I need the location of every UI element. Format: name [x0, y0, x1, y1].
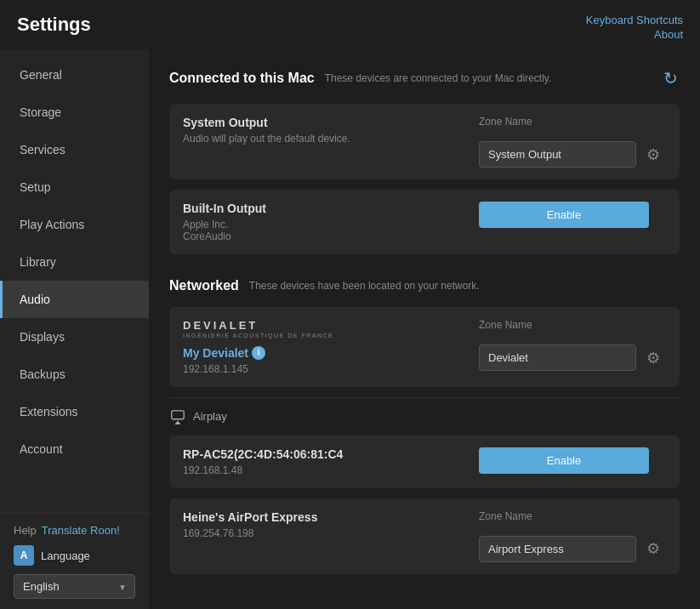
help-row: Help Translate Roon! [14, 524, 135, 537]
rp-ac52-controls: Enable [479, 447, 666, 474]
builtin-output-card: Built-In Output Apple Inc.CoreAudio Enab… [169, 190, 680, 254]
sidebar-item-audio[interactable]: Audio [0, 281, 149, 318]
devialet-card: DEVIALET INGÉNIERIE ACOUSTIQUE DE FRANCE… [169, 307, 680, 387]
svg-marker-1 [174, 420, 180, 424]
networked-header-left: Networked These devices have been locate… [169, 278, 480, 293]
main-layout: GeneralStorageServicesSetupPlay ActionsL… [0, 49, 700, 609]
builtin-output-name: Built-In Output [183, 202, 479, 215]
sidebar-item-setup[interactable]: Setup [0, 168, 149, 206]
devialet-info: DEVIALET INGÉNIERIE ACOUSTIQUE DE FRANCE… [183, 319, 479, 375]
networked-section-header: Networked These devices have been locate… [169, 278, 680, 293]
connected-section: Connected to this Mac These devices are … [169, 66, 680, 254]
system-output-gear-button[interactable]: ⚙ [643, 142, 663, 168]
rp-ac52-name: RP-AC52(2C:4D:54:06:81:C4 [183, 447, 479, 461]
devialet-device-name: My Devialet i [183, 346, 479, 360]
sidebar-bottom: Help Translate Roon! A Language English … [0, 513, 149, 609]
system-output-card: System Output Audio will play out the de… [169, 104, 680, 179]
connected-header-left: Connected to this Mac These devices are … [169, 71, 551, 86]
devialet-logo: DEVIALET INGÉNIERIE ACOUSTIQUE DE FRANCE [183, 319, 479, 339]
airport-express-zone-label: Zone Name [479, 510, 532, 522]
airport-express-name: Heine's AirPort Express [183, 510, 479, 524]
airplay-label: Airplay [193, 410, 227, 423]
devialet-logo-sub: INGÉNIERIE ACOUSTIQUE DE FRANCE [183, 333, 479, 339]
zone-name-label-1: Zone Name [479, 116, 532, 128]
sidebar-item-storage[interactable]: Storage [0, 94, 149, 131]
airport-express-zone-row: ⚙ [479, 536, 666, 562]
system-output-zone-input[interactable] [479, 141, 636, 168]
sidebar-item-library[interactable]: Library [0, 243, 149, 281]
sidebar-nav: GeneralStorageServicesSetupPlay ActionsL… [0, 56, 149, 468]
language-select-wrapper: English Deutsch Français Español [14, 574, 135, 599]
language-select[interactable]: English Deutsch Français Español [14, 574, 135, 599]
sidebar-item-account[interactable]: Account [0, 430, 149, 468]
keyboard-shortcuts-link[interactable]: Keyboard Shortcuts [586, 14, 683, 26]
language-icon: A [14, 545, 34, 566]
devialet-zone-label: Zone Name [479, 319, 532, 331]
rp-ac52-card: RP-AC52(2C:4D:54:06:81:C4 192.168.1.48 E… [169, 435, 680, 488]
sidebar-item-extensions[interactable]: Extensions [0, 393, 149, 430]
connected-title: Connected to this Mac [169, 71, 315, 86]
rp-ac52-info: RP-AC52(2C:4D:54:06:81:C4 192.168.1.48 [183, 447, 479, 476]
language-label: Language [41, 549, 90, 562]
zone-name-row-1: ⚙ [479, 141, 666, 168]
system-output-info: System Output Audio will play out the de… [183, 116, 479, 145]
rp-ac52-enable-button[interactable]: Enable [479, 447, 649, 474]
devialet-ip: 192.168.1.145 [183, 363, 479, 375]
networked-section: Networked These devices have been locate… [169, 278, 680, 574]
devialet-zone-input[interactable] [479, 344, 636, 371]
airport-express-controls: Zone Name ⚙ [479, 510, 666, 562]
sidebar-item-services[interactable]: Services [0, 131, 149, 168]
about-link[interactable]: About [654, 28, 683, 41]
builtin-output-desc: Apple Inc.CoreAudio [183, 219, 479, 242]
builtin-output-enable-button[interactable]: Enable [479, 202, 649, 228]
devialet-logo-text: DEVIALET INGÉNIERIE ACOUSTIQUE DE FRANCE [183, 319, 479, 339]
connected-subtitle: These devices are connected to your Mac … [325, 72, 552, 84]
connected-section-header: Connected to this Mac These devices are … [169, 66, 680, 90]
refresh-button[interactable]: ↻ [662, 66, 680, 90]
sidebar: GeneralStorageServicesSetupPlay ActionsL… [0, 49, 149, 609]
devialet-name-link[interactable]: My Devialet i [183, 346, 265, 360]
translate-link[interactable]: Translate Roon! [42, 524, 120, 537]
devialet-logo-main: DEVIALET [183, 319, 479, 333]
sidebar-item-general[interactable]: General [0, 56, 149, 94]
header-links: Keyboard Shortcuts About [586, 14, 683, 41]
sidebar-item-backups[interactable]: Backups [0, 356, 149, 393]
sidebar-item-displays[interactable]: Displays [0, 318, 149, 356]
networked-title: Networked [169, 278, 239, 293]
system-output-desc: Audio will play out the default device. [183, 133, 479, 145]
help-text: Help [14, 524, 37, 537]
page-title: Settings [17, 14, 91, 36]
airport-express-ip: 169.254.76.198 [183, 527, 479, 539]
svg-rect-0 [172, 411, 184, 419]
sidebar-item-play-actions[interactable]: Play Actions [0, 206, 149, 243]
airport-express-card: Heine's AirPort Express 169.254.76.198 Z… [169, 498, 680, 574]
content-area: Connected to this Mac These devices are … [149, 49, 700, 609]
airport-express-zone-input[interactable] [479, 536, 636, 562]
devialet-controls: Zone Name ⚙ [479, 319, 666, 371]
system-output-controls: Zone Name ⚙ [479, 116, 666, 168]
airport-express-info: Heine's AirPort Express 169.254.76.198 [183, 510, 479, 539]
devialet-info-icon[interactable]: i [252, 346, 265, 360]
builtin-output-info: Built-In Output Apple Inc.CoreAudio [183, 202, 479, 242]
networked-subtitle: These devices have been located on your … [249, 280, 480, 292]
airport-express-gear-button[interactable]: ⚙ [643, 536, 663, 561]
app-container: Settings Keyboard Shortcuts About Genera… [0, 0, 700, 609]
header: Settings Keyboard Shortcuts About [0, 0, 700, 49]
system-output-name: System Output [183, 116, 479, 129]
builtin-output-controls: Enable [479, 202, 666, 228]
devialet-gear-button[interactable]: ⚙ [643, 345, 663, 371]
airplay-header: Airplay [169, 408, 680, 425]
devialet-zone-row: ⚙ [479, 344, 666, 371]
airplay-divider [169, 397, 680, 398]
rp-ac52-ip: 192.168.1.48 [183, 464, 479, 476]
language-row: A Language [14, 545, 135, 566]
airplay-icon [169, 408, 186, 425]
